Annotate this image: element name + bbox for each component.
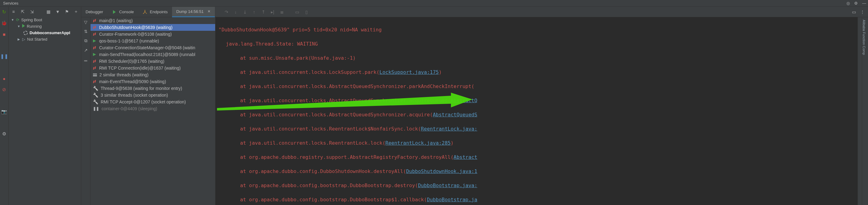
thread-waiting-icon xyxy=(93,19,97,23)
minimize-icon[interactable]: — xyxy=(862,1,866,5)
flatten-icon[interactable]: ≡ xyxy=(11,9,16,14)
thread-dump-text[interactable]: "DubboShutdownHook@5639" prio=5 tid=0x20… xyxy=(215,17,858,205)
debug-icon[interactable]: 🐞 xyxy=(2,20,7,26)
step-icon[interactable]: ↷ xyxy=(224,9,229,14)
thread-row[interactable]: RMI TCP Connection(idle)@1637 (waiting) xyxy=(91,65,215,71)
rerun-icon[interactable]: ↻ xyxy=(2,9,7,15)
right-tool-strip: Alibaba Function Comp xyxy=(862,17,868,205)
gear-icon[interactable]: ⚙ xyxy=(854,1,858,5)
collapse-icon[interactable]: ⇲ xyxy=(30,9,34,14)
source-link[interactable]: DubboBootstrap.java: xyxy=(418,182,477,188)
not-started-icon: ▷ xyxy=(22,37,25,41)
source-link[interactable]: AbstractQ xyxy=(451,97,477,104)
titlebar-actions: ◎ ⚙ — xyxy=(846,1,866,5)
source-link[interactable]: LockSupport.java:175 xyxy=(379,69,439,75)
tree-running[interactable]: ▼ Running xyxy=(9,23,81,30)
thread-row[interactable]: DubboShutdownHook@5639 (waiting) xyxy=(91,24,215,31)
add-icon[interactable]: ＋ xyxy=(73,9,79,14)
tool-more-icon[interactable]: ⋮ xyxy=(860,9,865,14)
filter-icon[interactable]: ▽ xyxy=(84,20,87,25)
thread-label: Thread-9@5638 (waiting for monitor entry… xyxy=(101,86,182,91)
run-actions-column: ↻ 🐞 ■ . ❚❚ . ● ⊘ . 📷 . ⚙ xyxy=(0,7,9,205)
thread-row[interactable]: Thread-9@5638 (waiting for monitor entry… xyxy=(91,85,215,92)
breakpoints-icon[interactable]: ● xyxy=(2,76,7,81)
merge-icon[interactable]: ⧉ xyxy=(84,38,87,43)
tab-console[interactable]: Console xyxy=(107,7,138,17)
force-step-icon[interactable]: ⤓ xyxy=(243,9,247,14)
thread-row[interactable]: main@1 (waiting) xyxy=(91,17,215,24)
thread-label: RMI TCP Connection(idle)@1637 (waiting) xyxy=(99,65,181,70)
thread-label: 2 similar threads (waiting) xyxy=(99,72,149,77)
grid-icon[interactable]: ▦ xyxy=(46,9,51,14)
evaluate-icon[interactable]: ≣ xyxy=(279,9,284,14)
spinner-icon xyxy=(23,31,28,35)
step-out-icon[interactable]: ↑ xyxy=(252,9,257,14)
hbar-icon[interactable]: ═ xyxy=(84,58,87,63)
camera-icon[interactable]: 📷 xyxy=(2,109,7,115)
thread-waiting-icon xyxy=(93,66,97,70)
thread-monitor-icon xyxy=(93,86,98,91)
tab-endpoints[interactable]: 人 Endpoints xyxy=(138,7,172,17)
thread-row[interactable]: 2 similar threads (waiting) xyxy=(91,71,215,78)
dump-line: at java.util.concurrent.locks.LockSuppor… xyxy=(219,69,855,76)
tree-label: Spring Boot xyxy=(21,18,42,22)
dump-line: at java.util.concurrent.locks.AbstractQu… xyxy=(219,111,855,118)
tree-not-started[interactable]: ▶ ▷ Not Started xyxy=(9,36,81,42)
thread-row[interactable]: RMI Scheduler(0)@1765 (waiting) xyxy=(91,58,215,65)
thread-row[interactable]: qos-boss-1-1@5617 (runnable) xyxy=(91,37,215,44)
pause-icon[interactable]: ❚❚ xyxy=(2,54,7,59)
tab-dump[interactable]: Dump 14:56:51 ✕ xyxy=(172,7,215,17)
thread-row[interactable]: RMI TCP Accept-0@1207 (socket operation) xyxy=(91,98,215,105)
filter-icon[interactable]: ▼ xyxy=(55,9,60,14)
mute-breakpoints-icon[interactable]: ⊘ xyxy=(2,87,7,92)
source-link[interactable]: DubboBootstrap.ja xyxy=(427,197,477,203)
stop-icon[interactable]: ■ xyxy=(2,31,7,37)
source-link[interactable]: AbstractQueuedS xyxy=(433,112,477,118)
thread-sleeping-icon: ❚❚ xyxy=(93,107,99,111)
layout2-icon[interactable]: ▯ xyxy=(304,9,309,14)
thread-list: main@1 (waiting) DubboShutdownHook@5639 … xyxy=(91,17,215,205)
thread-label: qos-boss-1-1@5617 (runnable) xyxy=(99,38,159,43)
thread-label: main@1 (waiting) xyxy=(99,18,133,23)
dump-line: at java.util.concurrent.locks.AbstractQu… xyxy=(219,97,855,104)
dump-line: at org.apache.dubbo.config.bootstrap.Dub… xyxy=(219,182,855,189)
tree-label: Not Started xyxy=(27,37,48,41)
thread-row[interactable]: ❚❚container-0@4409 (sleeping) xyxy=(91,105,215,112)
tree-root-spring-boot[interactable]: ▼ ⟳ Spring Boot xyxy=(9,17,81,23)
run-tree: ≡ ⇱ ⇲ ▦ ▼ ⚑ ＋ ▼ ⟳ Spring Boot ▼ Running … xyxy=(9,7,81,205)
console-icon xyxy=(112,9,117,14)
expand-icon[interactable]: ⇱ xyxy=(20,9,25,14)
tree-toolbar: ≡ ⇱ ⇲ ▦ ▼ ⚑ ＋ xyxy=(9,9,81,17)
drop-frame-icon[interactable]: ⤒ xyxy=(261,9,266,14)
tab-label: Endpoints xyxy=(150,9,168,14)
running-icon xyxy=(22,24,25,29)
thread-row[interactable]: main-SendThread(localhost:2181)@5089 (ru… xyxy=(91,51,215,58)
target-icon[interactable]: ◎ xyxy=(846,1,850,5)
source-link[interactable]: DubboShutdownHook.java:1 xyxy=(406,168,477,174)
thread-waiting-icon xyxy=(93,32,97,36)
tool-settings-icon[interactable]: ▭ xyxy=(851,9,856,14)
settings-icon[interactable]: ⚙ xyxy=(2,131,7,137)
titlebar: Services ◎ ⚙ — xyxy=(0,0,868,7)
step-into-icon[interactable]: ↓ xyxy=(233,9,238,14)
layout-icon[interactable]: ▭ xyxy=(295,9,300,14)
thread-row[interactable]: Curator-Framework-0@5108 (waiting) xyxy=(91,31,215,37)
tab-label: Dump 14:56:51 xyxy=(176,9,204,14)
dump-toolbar: ↷ ↓ ⤓ ↑ ⤒ ▸| ≣ ▭ ▯ xyxy=(221,9,316,14)
tree-app[interactable]: DubboconsumerAppl xyxy=(9,30,81,36)
source-link[interactable]: ReentrantLock.java: xyxy=(421,126,477,132)
close-icon[interactable]: ✕ xyxy=(208,9,211,13)
dump-line: at java.util.concurrent.locks.ReentrantL… xyxy=(219,125,855,133)
thread-row[interactable]: 3 similar threads (socket operation) xyxy=(91,92,215,98)
right-sidebar xyxy=(858,17,862,205)
source-link[interactable]: ReentrantLock.java:285 xyxy=(385,140,451,146)
thread-row[interactable]: main-EventThread@5090 (waiting) xyxy=(91,78,215,85)
export-icon[interactable]: ↗ xyxy=(84,48,88,53)
run-to-cursor-icon[interactable]: ▸| xyxy=(270,9,275,14)
thread-row[interactable]: Curator-ConnectionStateManager-0@5048 (w… xyxy=(91,44,215,51)
right-tool-label[interactable]: Alibaba Function Comp xyxy=(862,17,866,55)
tab-debugger[interactable]: Debugger xyxy=(81,7,107,17)
bookmark-icon[interactable]: ⚑ xyxy=(64,9,69,14)
sort-icon[interactable]: ⇅ xyxy=(84,29,88,34)
source-link[interactable]: Abstract xyxy=(454,154,477,160)
